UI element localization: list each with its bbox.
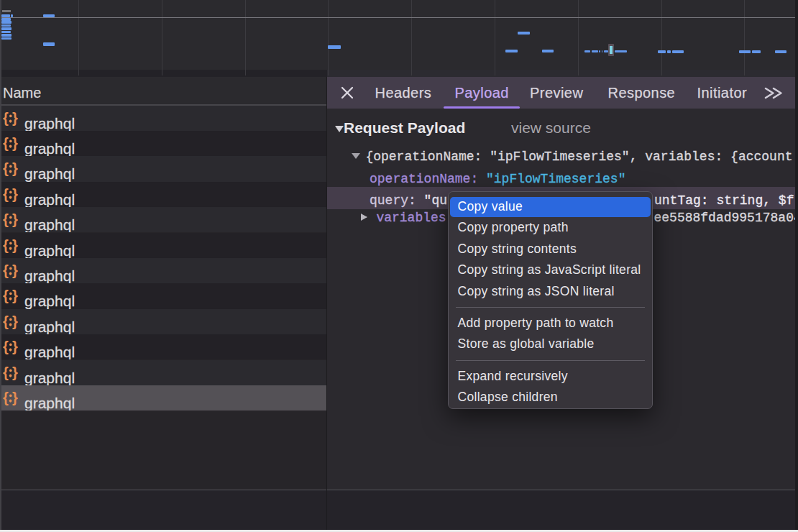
svg-text:{: { [3,187,9,202]
svg-text:}: } [12,187,18,202]
svg-text:{: { [3,288,9,303]
svg-text:{: { [3,390,9,405]
svg-text:}: } [12,263,18,278]
svg-text:}: } [12,288,18,303]
svg-text:{: { [3,212,9,227]
svg-text:{: { [3,136,9,151]
svg-text:}: } [12,212,18,227]
svg-text:}: } [12,238,18,253]
svg-text:{: { [3,161,9,176]
svg-text:{: { [3,314,9,329]
svg-text:{: { [3,365,9,380]
svg-text:}: } [12,111,18,126]
svg-text:}: } [12,365,18,380]
svg-text:{: { [3,339,9,354]
svg-text:{: { [3,238,9,253]
svg-text:}: } [12,390,18,405]
svg-text:}: } [12,161,18,176]
svg-text:}: } [12,339,18,354]
svg-text:{: { [3,263,9,278]
svg-text:}: } [12,314,18,329]
svg-text:{: { [3,111,9,126]
svg-text:}: } [12,136,18,151]
